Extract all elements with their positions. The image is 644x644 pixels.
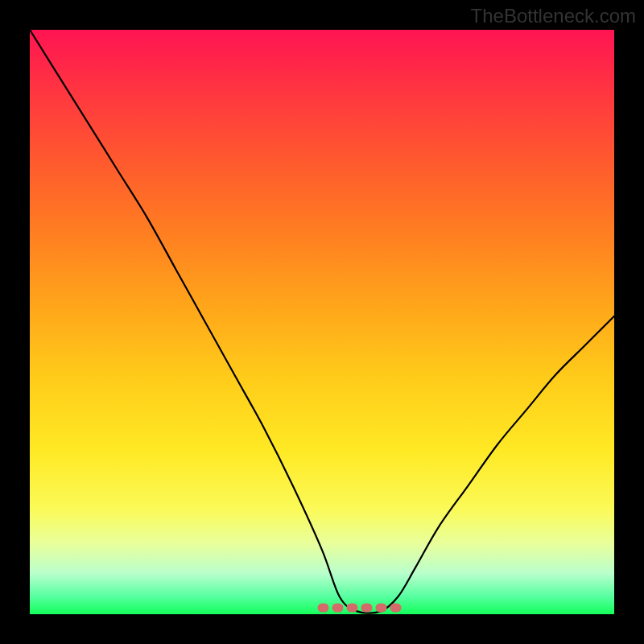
watermark-text: TheBottleneck.com	[471, 5, 636, 27]
chart-container: TheBottleneck.com	[0, 0, 644, 644]
bottleneck-curve-svg	[30, 30, 614, 614]
bottleneck-curve-path	[30, 30, 614, 613]
plot-area	[30, 30, 614, 614]
